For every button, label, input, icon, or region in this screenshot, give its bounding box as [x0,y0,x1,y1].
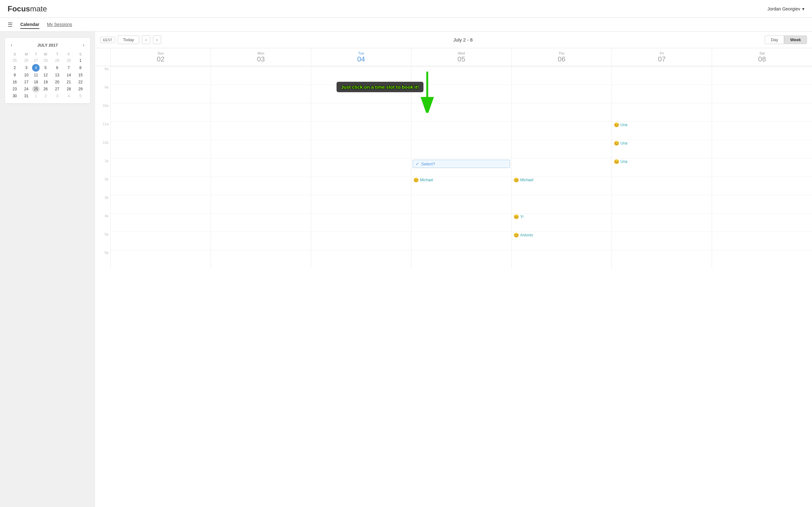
mini-cal-day[interactable]: 31 [20,93,32,100]
cell-tue-8a[interactable] [311,66,411,84]
cell-sun-1p[interactable] [110,158,211,176]
user-menu[interactable]: Jordan Georgiev ▾ [767,6,804,11]
cell-tue-10a[interactable] [311,103,411,121]
mini-cal-day[interactable]: 24 [20,86,32,93]
mini-cal-day[interactable]: 18 [32,78,40,86]
mini-cal-day[interactable]: 22 [74,78,86,86]
mini-cal-day[interactable]: 30 [63,57,75,64]
mini-cal-day[interactable]: 10 [20,72,32,78]
cell-wed-11a[interactable] [411,121,511,140]
cell-thu-11a[interactable] [511,121,612,140]
cell-thu-6p[interactable] [511,250,612,268]
mini-cal-day[interactable]: 14 [63,72,75,78]
mini-cal-day[interactable]: 5 [74,93,86,100]
mini-cal-day[interactable]: 20 [51,78,63,86]
cell-thu-12p[interactable] [511,140,612,158]
cell-thu-10a[interactable] [511,103,612,121]
mini-cal-day[interactable]: 2 [40,93,51,100]
mini-cal-day[interactable]: 27 [51,86,63,93]
mini-cal-day[interactable]: 28 [63,86,75,93]
cell-wed-2p[interactable]: 😊 Michael [411,176,511,195]
cell-sun-10a[interactable] [110,103,211,121]
mini-cal-day[interactable]: 28 [40,57,51,64]
cell-mon-8a[interactable] [211,66,311,84]
day-view-button[interactable]: Day [765,36,784,44]
cell-wed-12p[interactable] [411,140,511,158]
cell-wed-8a[interactable] [411,66,511,84]
cell-thu-4p[interactable]: 😊 Yi [511,213,612,232]
mini-cal-day[interactable]: 25 [32,86,40,93]
event-fri-12p[interactable]: 😊 Una [612,140,712,147]
cell-mon-4p[interactable] [211,213,311,232]
cell-sat-4p[interactable] [712,213,812,232]
cell-sun-8a[interactable] [110,66,211,84]
cell-sun-5p[interactable] [110,232,211,250]
cell-thu-1p[interactable] [511,158,612,176]
mini-cal-day[interactable]: 13 [51,72,63,78]
mini-cal-day[interactable]: 7 [63,64,75,72]
mini-cal-day[interactable]: 15 [74,72,86,78]
cell-thu-8a[interactable] [511,66,612,84]
cell-fri-10a[interactable] [612,103,712,121]
cell-sun-4p[interactable] [110,213,211,232]
cell-wed-3p[interactable] [411,195,511,213]
mini-cal-day[interactable]: 6 [51,64,63,72]
cell-fri-1p[interactable]: 😊 Una [612,158,712,176]
prev-week-button[interactable]: ‹ [142,36,150,44]
cell-tue-9a[interactable]: Just click on a time slot to book it! [311,84,411,103]
cell-wed-5p[interactable] [411,232,511,250]
cell-mon-10a[interactable] [211,103,311,121]
cell-tue-4p[interactable] [311,213,411,232]
mini-cal-day[interactable]: 23 [9,86,20,93]
mini-cal-day[interactable]: 17 [20,78,32,86]
select-slot-wed-1p[interactable]: ✓ Select? [413,160,510,168]
cell-sat-12p[interactable] [712,140,812,158]
cell-tue-5p[interactable] [311,232,411,250]
cell-fri-11a[interactable]: 😊 Una [612,121,712,140]
mini-cal-day[interactable]: 4 [63,93,75,100]
week-view-button[interactable]: Week [784,36,807,44]
mini-cal-day[interactable]: 12 [40,72,51,78]
cell-fri-8a[interactable] [612,66,712,84]
cell-sat-5p[interactable] [712,232,812,250]
cell-sun-2p[interactable] [110,176,211,195]
cell-tue-3p[interactable] [311,195,411,213]
mini-cal-day[interactable]: 16 [9,78,20,86]
cell-sat-11a[interactable] [712,121,812,140]
cell-mon-6p[interactable] [211,250,311,268]
cell-sun-9a[interactable] [110,84,211,103]
nav-calendar[interactable]: Calendar [20,20,39,29]
cell-tue-1p[interactable] [311,158,411,176]
mini-cal-day[interactable]: 29 [74,86,86,93]
cell-fri-9a[interactable] [612,84,712,103]
event-thu-2p[interactable]: 😊 Michael [512,177,612,183]
cell-mon-3p[interactable] [211,195,311,213]
cell-fri-5p[interactable] [612,232,712,250]
mini-cal-prev[interactable]: ‹ [9,42,14,48]
mini-cal-day[interactable]: 29 [51,57,63,64]
cell-mon-2p[interactable] [211,176,311,195]
cell-thu-5p[interactable]: 😊 Antonio [511,232,612,250]
cell-thu-3p[interactable] [511,195,612,213]
cell-fri-6p[interactable] [612,250,712,268]
cell-sat-3p[interactable] [712,195,812,213]
cell-wed-1p[interactable]: ✓ Select? [411,158,511,176]
cell-mon-5p[interactable] [211,232,311,250]
cell-mon-9a[interactable] [211,84,311,103]
event-thu-4p[interactable]: 😊 Yi [512,214,612,220]
event-fri-11a[interactable]: 😊 Una [612,122,712,128]
cell-tue-2p[interactable] [311,176,411,195]
cell-tue-12p[interactable] [311,140,411,158]
mini-cal-day[interactable]: 8 [74,64,86,72]
cell-sun-12p[interactable] [110,140,211,158]
cell-sun-11a[interactable] [110,121,211,140]
mini-cal-next[interactable]: › [81,42,86,48]
mini-cal-day[interactable]: 2 [9,64,20,72]
next-week-button[interactable]: › [153,36,161,44]
event-thu-5p[interactable]: 😊 Antonio [512,232,612,238]
cell-thu-2p[interactable]: 😊 Michael [511,176,612,195]
cell-mon-1p[interactable] [211,158,311,176]
cell-tue-6p[interactable] [311,250,411,268]
cell-sat-9a[interactable] [712,84,812,103]
cell-sun-3p[interactable] [110,195,211,213]
